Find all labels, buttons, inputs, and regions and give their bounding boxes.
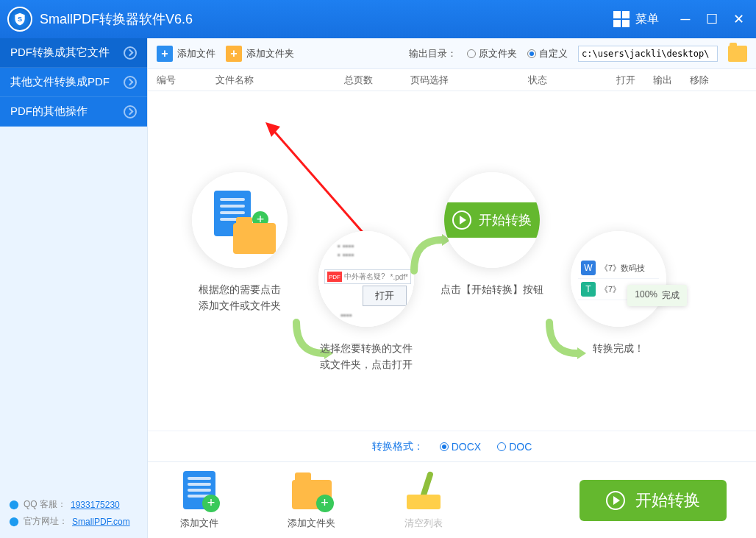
bottom-bar: + 添加文件 + 添加文件夹 清空列表 开始转换 bbox=[148, 461, 756, 538]
qq-link[interactable]: 1933175230 bbox=[71, 500, 120, 510]
qq-icon bbox=[9, 500, 19, 510]
output-path-input[interactable] bbox=[578, 46, 718, 62]
add-folder-icon: + bbox=[290, 471, 334, 512]
add-file-icon: + bbox=[177, 471, 221, 512]
svg-text:S: S bbox=[18, 15, 22, 23]
step-caption: 选择您要转换的文件 或文件夹，点击打开 bbox=[318, 340, 414, 373]
maximize-button[interactable]: ☐ bbox=[702, 9, 722, 29]
radio-doc[interactable]: DOC bbox=[497, 441, 532, 453]
nav-other-to-pdf[interactable]: 其他文件转换成PDF bbox=[0, 68, 147, 97]
bottom-clear-list[interactable]: 清空列表 bbox=[402, 471, 446, 530]
toolbar-add-folder[interactable]: + 添加文件夹 bbox=[226, 46, 294, 62]
nav-pdf-other-ops[interactable]: PDF的其他操作 bbox=[0, 97, 147, 127]
progress-tooltip: 100% 完成 bbox=[627, 285, 687, 306]
bottom-add-folder[interactable]: + 添加文件夹 bbox=[288, 471, 335, 530]
table-header: 编号 文件名称 总页数 页码选择 状态 打开 输出 移除 bbox=[148, 69, 756, 91]
col-filename: 文件名称 bbox=[215, 74, 344, 87]
plus-icon: + bbox=[157, 46, 173, 62]
grid-icon bbox=[613, 11, 630, 27]
play-icon bbox=[606, 491, 625, 510]
format-selector: 转换格式： DOCX DOC bbox=[148, 431, 756, 461]
col-remove: 移除 bbox=[690, 74, 727, 87]
col-output: 输出 bbox=[653, 74, 690, 87]
format-label: 转换格式： bbox=[372, 440, 424, 453]
svg-point-2 bbox=[10, 517, 18, 525]
start-banner-preview: 开始转换 bbox=[444, 202, 540, 238]
open-button-preview: 打开 bbox=[363, 286, 407, 306]
toolbar: + 添加文件 + 添加文件夹 输出目录： 原文件夹 自定义 bbox=[148, 38, 756, 69]
svg-marker-4 bbox=[265, 122, 280, 137]
col-open: 打开 bbox=[616, 74, 653, 87]
site-label: 官方网址： bbox=[24, 515, 68, 528]
step-add-file: + 根据您的需要点击 添加文件或文件夹 bbox=[192, 172, 288, 314]
empty-state: + 根据您的需要点击 添加文件或文件夹 ▪ ▪▪▪▪▪ ▪▪▪▪ PDF bbox=[148, 91, 756, 431]
ie-icon bbox=[9, 517, 19, 527]
chevron-right-icon bbox=[124, 105, 137, 118]
sidebar-footer: QQ 客服： 1933175230 官方网址： SmallPDF.com bbox=[0, 486, 147, 538]
step-caption: 根据您的需要点击 添加文件或文件夹 bbox=[192, 281, 288, 314]
start-label: 开始转换 bbox=[635, 489, 700, 512]
broom-icon bbox=[402, 471, 446, 512]
radio-custom-folder[interactable]: 自定义 bbox=[527, 47, 568, 60]
step-caption: 点击【开始转换】按钮 bbox=[441, 281, 543, 297]
close-button[interactable]: ✕ bbox=[728, 9, 749, 29]
minimize-button[interactable]: ─ bbox=[675, 9, 696, 29]
nav-label: 其他文件转换成PDF bbox=[10, 75, 110, 89]
menu-button[interactable]: 菜单 bbox=[603, 11, 669, 27]
toolbar-add-file[interactable]: + 添加文件 bbox=[157, 46, 215, 62]
titlebar: S SmallPDF转换器软件V6.6 菜单 ─ ☐ ✕ bbox=[0, 0, 756, 38]
qq-label: QQ 客服： bbox=[24, 498, 66, 511]
nav-label: PDF的其他操作 bbox=[10, 105, 88, 118]
site-link[interactable]: SmallPDF.com bbox=[72, 517, 130, 527]
bottom-label: 添加文件 bbox=[177, 517, 221, 530]
step-complete: W《7》数码技 T《7》 100% 完成 转换完成！ bbox=[571, 231, 666, 356]
menu-label: 菜单 bbox=[635, 12, 659, 27]
app-title: SmallPDF转换器软件V6.6 bbox=[40, 10, 193, 28]
step-caption: 转换完成！ bbox=[571, 340, 666, 356]
output-dir-label: 输出目录： bbox=[409, 47, 457, 60]
bottom-add-file[interactable]: + 添加文件 bbox=[177, 471, 221, 530]
file-picker-preview: ▪ ▪▪▪▪▪ ▪▪▪▪ PDF 中外著名疑? *.pdf* 打开 ▪▪▪▪ bbox=[318, 231, 414, 327]
plus-icon: + bbox=[226, 46, 242, 62]
step-start-convert: 开始转换 点击【开始转换】按钮 bbox=[441, 172, 543, 297]
add-file-folder-icon: + bbox=[207, 191, 273, 249]
nav-label: PDF转换成其它文件 bbox=[10, 46, 110, 60]
svg-point-1 bbox=[10, 500, 18, 509]
app-logo: S bbox=[7, 7, 32, 32]
main: + 添加文件 + 添加文件夹 输出目录： 原文件夹 自定义 编号 文件名称 总页… bbox=[147, 38, 756, 538]
col-pagerange: 页码选择 bbox=[410, 74, 528, 87]
chevron-right-icon bbox=[124, 46, 137, 60]
radio-docx[interactable]: DOCX bbox=[440, 441, 481, 453]
play-icon bbox=[452, 210, 471, 230]
col-index: 编号 bbox=[157, 74, 215, 87]
bottom-label: 清空列表 bbox=[402, 517, 446, 530]
col-status: 状态 bbox=[528, 74, 616, 87]
toolbar-add-folder-label: 添加文件夹 bbox=[246, 47, 294, 60]
step-select-file: ▪ ▪▪▪▪▪ ▪▪▪▪ PDF 中外著名疑? *.pdf* 打开 ▪▪▪▪ 选… bbox=[318, 231, 414, 373]
start-convert-button[interactable]: 开始转换 bbox=[580, 480, 727, 521]
toolbar-add-file-label: 添加文件 bbox=[177, 47, 215, 60]
browse-folder-button[interactable] bbox=[728, 46, 747, 62]
col-pages: 总页数 bbox=[344, 74, 410, 87]
radio-original-folder[interactable]: 原文件夹 bbox=[467, 47, 517, 60]
bottom-label: 添加文件夹 bbox=[288, 517, 335, 530]
chevron-right-icon bbox=[124, 76, 137, 89]
sidebar: PDF转换成其它文件 其他文件转换成PDF PDF的其他操作 QQ 客服： 19… bbox=[0, 38, 147, 538]
nav-pdf-to-other[interactable]: PDF转换成其它文件 bbox=[0, 38, 147, 68]
